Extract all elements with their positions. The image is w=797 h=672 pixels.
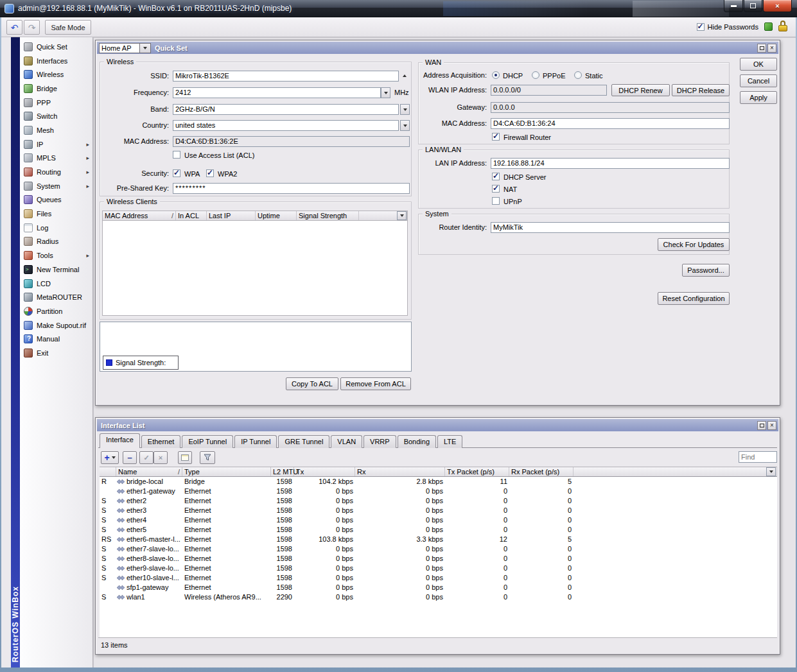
- tab[interactable]: IP Tunnel: [234, 435, 277, 448]
- sidebar-item[interactable]: Bridge: [20, 82, 92, 96]
- sidebar-item[interactable]: IP ▸: [20, 137, 92, 151]
- sidebar-item[interactable]: Interfaces: [20, 54, 92, 68]
- sidebar-item[interactable]: MPLS ▸: [20, 151, 92, 166]
- filter-button[interactable]: [200, 451, 215, 464]
- tab[interactable]: LTE: [437, 435, 462, 448]
- password-button[interactable]: Password...: [682, 264, 730, 277]
- wpa-checkbox[interactable]: [173, 169, 180, 177]
- wpa2-checkbox[interactable]: [206, 169, 214, 177]
- sidebar-item[interactable]: Partition: [20, 304, 92, 318]
- window-titlebar[interactable]: admin@192.168.88.1 (MyMikTik) - WinBox v…: [0, 0, 797, 17]
- table-row[interactable]: S ether2 Ethernet 1598 0 bps 0 bps 0 0: [100, 496, 777, 506]
- lan-ip-input[interactable]: 192.168.88.1/24: [491, 158, 730, 169]
- table-row[interactable]: S ether5 Ethernet 1598 0 bps 0 bps 0 0: [100, 525, 777, 535]
- column-header[interactable]: Type: [182, 467, 271, 476]
- preset-dropdown-button[interactable]: [140, 43, 151, 53]
- table-row[interactable]: ether1-gateway Ethernet 1598 0 bps 0 bps…: [100, 487, 777, 496]
- table-row[interactable]: sfp1-gateway Ethernet 1598 0 bps 0 bps 0…: [100, 583, 777, 592]
- close-button[interactable]: ×: [763, 0, 792, 12]
- maximize-button[interactable]: [744, 0, 762, 12]
- gateway-value[interactable]: 0.0.0.0: [491, 102, 730, 113]
- sidebar-item[interactable]: MetaROUTER: [20, 290, 92, 304]
- tab[interactable]: Ethernet: [141, 435, 181, 448]
- apply-button[interactable]: Apply: [740, 91, 777, 104]
- sidebar-item[interactable]: Manual: [20, 332, 92, 346]
- table-row[interactable]: S ether8-slave-lo... Ethernet 1598 0 bps…: [100, 554, 777, 564]
- ssid-input[interactable]: MikroTik-B1362E: [173, 71, 399, 82]
- minimize-button[interactable]: [724, 0, 743, 12]
- disable-interface-button[interactable]: ×: [153, 451, 168, 464]
- tab[interactable]: GRE Tunnel: [278, 435, 329, 448]
- undo-button[interactable]: ↶: [6, 20, 22, 35]
- band-select[interactable]: 2GHz-B/G/N: [173, 104, 399, 115]
- clients-columns-dropdown-button[interactable]: [397, 211, 407, 220]
- table-row[interactable]: S ether10-slave-l... Ethernet 1598 0 bps…: [100, 573, 777, 583]
- tab[interactable]: VRRP: [363, 435, 396, 448]
- sidebar-item[interactable]: Wireless: [20, 67, 92, 82]
- wlan-ip-value[interactable]: 0.0.0.0/0: [491, 85, 607, 96]
- hide-passwords-checkbox[interactable]: [697, 23, 705, 31]
- frequency-input[interactable]: 2412: [173, 87, 381, 98]
- preset-select[interactable]: Home AP: [99, 43, 151, 53]
- table-row[interactable]: R bridge-local Bridge 1598 104.2 kbps 2.…: [100, 477, 777, 487]
- wireless-mac-value[interactable]: D4:CA:6D:B1:36:2E: [173, 136, 410, 147]
- quick-set-restore-button[interactable]: [757, 44, 766, 53]
- clients-table-body[interactable]: [102, 221, 408, 316]
- interface-list-titlebar[interactable]: Interface List ×: [97, 419, 778, 431]
- column-header[interactable]: [574, 467, 777, 476]
- router-identity-input[interactable]: MyMikTik: [491, 222, 730, 233]
- sidebar-item[interactable]: Switch: [20, 109, 92, 123]
- preset-value[interactable]: Home AP: [99, 43, 140, 53]
- remove-interface-button[interactable]: −: [123, 451, 137, 464]
- static-radio[interactable]: [574, 71, 582, 79]
- sidebar-item[interactable]: PPP: [20, 96, 92, 110]
- add-interface-button[interactable]: +: [101, 451, 119, 464]
- comment-button[interactable]: [178, 451, 192, 464]
- sidebar-item[interactable]: Quick Set: [20, 40, 92, 54]
- sidebar-item[interactable]: Exit: [20, 346, 92, 360]
- column-header[interactable]: [100, 467, 116, 476]
- upnp-checkbox[interactable]: [492, 197, 500, 205]
- tab[interactable]: EoIP Tunnel: [182, 435, 233, 448]
- column-header[interactable]: Name /: [116, 467, 182, 476]
- dhcp-server-checkbox[interactable]: [492, 173, 500, 180]
- column-header[interactable]: In ACL: [176, 211, 207, 220]
- ok-button[interactable]: OK: [740, 58, 777, 71]
- sidebar-item[interactable]: Files: [20, 207, 92, 221]
- sidebar-item[interactable]: Routing ▸: [20, 165, 92, 179]
- remove-from-acl-button[interactable]: Remove From ACL: [340, 377, 411, 390]
- redo-button[interactable]: ↷: [24, 20, 40, 35]
- dhcp-release-button[interactable]: DHCP Release: [672, 84, 730, 96]
- quick-set-titlebar[interactable]: Home AP Quick Set ×: [97, 42, 778, 54]
- tab[interactable]: Bonding: [398, 435, 436, 448]
- psk-input[interactable]: *********: [173, 183, 410, 194]
- column-header[interactable]: Uptime: [256, 211, 297, 220]
- tab[interactable]: Interface: [100, 433, 140, 448]
- column-header[interactable]: Tx Packet (p/s): [445, 467, 509, 476]
- column-header[interactable]: Signal Strength: [297, 211, 359, 220]
- frequency-dropdown-button[interactable]: [381, 87, 390, 98]
- column-header[interactable]: MAC Address /: [103, 211, 176, 220]
- country-select[interactable]: united states: [173, 120, 399, 131]
- use-acl-checkbox[interactable]: [173, 151, 180, 159]
- sidebar-item[interactable]: Mesh: [20, 123, 92, 137]
- enable-interface-button[interactable]: ✓: [139, 451, 153, 464]
- pppoe-radio[interactable]: [532, 71, 539, 79]
- interface-list-restore-button[interactable]: [757, 421, 766, 430]
- sidebar-item[interactable]: Make Supout.rif: [20, 318, 92, 332]
- wan-mac-input[interactable]: D4:CA:6D:B1:36:24: [491, 118, 730, 129]
- table-row[interactable]: S ether3 Ethernet 1598 0 bps 0 bps 0 0: [100, 506, 777, 515]
- check-for-updates-button[interactable]: Check For Updates: [658, 238, 730, 251]
- sidebar-item[interactable]: LCD: [20, 277, 92, 291]
- table-row[interactable]: S wlan1 Wireless (Atheros AR9... 2290 0 …: [100, 592, 777, 602]
- table-row[interactable]: S ether4 Ethernet 1598 0 bps 0 bps 0 0: [100, 515, 777, 525]
- sidebar-item[interactable]: New Terminal: [20, 263, 92, 277]
- column-header[interactable]: Rx: [355, 467, 445, 476]
- sidebar-item[interactable]: Log: [20, 221, 92, 235]
- sidebar-item[interactable]: System ▸: [20, 179, 92, 193]
- column-header[interactable]: Last IP: [207, 211, 256, 220]
- sidebar-item[interactable]: Queues: [20, 193, 92, 207]
- cancel-button[interactable]: Cancel: [740, 74, 777, 87]
- column-header[interactable]: Rx Packet (p/s): [509, 467, 574, 476]
- dhcp-radio[interactable]: [492, 71, 500, 79]
